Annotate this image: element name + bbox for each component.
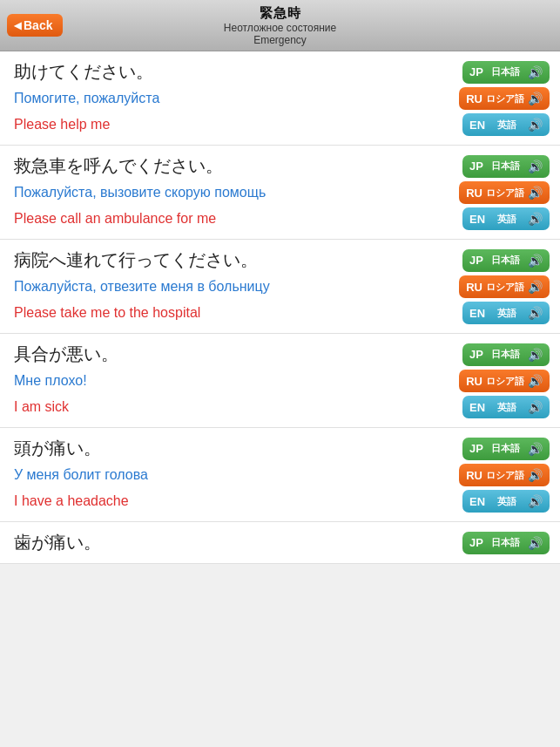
jp-lang-button[interactable]: JP日本語🔊 [462, 155, 550, 178]
phrase-text-en: Please call an ambulance for me [14, 211, 462, 227]
phrase-group: 救急車を呼んでください。JP日本語🔊Пожалуйста, вызовите с… [0, 146, 560, 240]
jp-label: 日本語 [491, 348, 520, 361]
ru-lang-button[interactable]: RUロシア語🔊 [459, 275, 550, 298]
phrase-group: 歯が痛い。JP日本語🔊 [0, 522, 560, 564]
en-label: 英語 [497, 401, 516, 414]
speaker-icon: 🔊 [528, 536, 543, 550]
jp-lang-button[interactable]: JP日本語🔊 [462, 438, 550, 460]
ru-lang-button[interactable]: RUロシア語🔊 [459, 370, 550, 392]
phrase-text-ru: Пожалуйста, отвезите меня в больницу [14, 279, 459, 295]
en-lang-button[interactable]: EN英語🔊 [462, 490, 550, 513]
phrase-row-jp: 歯が痛い。JP日本語🔊 [14, 531, 550, 554]
header-title-en: Emergency [0, 34, 560, 46]
en-code: EN [469, 495, 485, 508]
ru-label: ロシア語 [486, 281, 524, 294]
phrase-row-ru: У меня болит головаRUロシア語🔊 [14, 464, 550, 486]
phrase-row-jp: 救急車を呼んでください。JP日本語🔊 [14, 154, 550, 178]
jp-lang-button[interactable]: JP日本語🔊 [462, 343, 550, 366]
ru-code: RU [466, 375, 482, 388]
jp-label: 日本語 [491, 254, 520, 267]
en-lang-button[interactable]: EN英語🔊 [462, 396, 550, 418]
phrase-text-ru: Пожалуйста, вызовите скорую помощь [14, 185, 459, 200]
phrase-text-jp: 病院へ連れて行ってください。 [14, 248, 462, 272]
app-header: Back 緊急時 Неотложное состояние Emergency [0, 0, 560, 51]
phrase-text-jp: 救急車を呼んでください。 [14, 154, 462, 178]
phrase-row-ru: Мне плохо!RUロシア語🔊 [14, 370, 550, 392]
phrase-row-en: Please take me to the hospitalEN英語🔊 [14, 302, 550, 324]
speaker-icon: 🔊 [528, 92, 543, 105]
speaker-icon: 🔊 [528, 400, 543, 414]
phrase-text-jp: 歯が痛い。 [14, 531, 462, 554]
phrase-row-ru: Помогите, пожалуйстаRUロシア語🔊 [14, 87, 550, 110]
ru-label: ロシア語 [486, 469, 524, 482]
phrase-row-jp: 助けてください。JP日本語🔊 [14, 60, 550, 84]
speaker-icon: 🔊 [528, 212, 543, 226]
ru-code: RU [466, 187, 482, 200]
speaker-icon: 🔊 [528, 254, 543, 268]
phrase-row-ru: Пожалуйста, вызовите скорую помощьRUロシア語… [14, 181, 550, 204]
jp-label: 日本語 [491, 160, 520, 173]
jp-code: JP [469, 348, 483, 361]
ru-lang-button[interactable]: RUロシア語🔊 [459, 87, 550, 110]
ru-code: RU [466, 281, 482, 294]
phrase-text-ru: У меня болит голова [14, 467, 459, 483]
phrase-group: 具合が悪い。JP日本語🔊Мне плохо!RUロシア語🔊I am sickEN… [0, 334, 560, 428]
phrase-text-jp: 具合が悪い。 [14, 343, 462, 366]
phrase-group: 頭が痛い。JP日本語🔊У меня болит головаRUロシア語🔊I h… [0, 428, 560, 522]
speaker-icon: 🔊 [528, 468, 543, 482]
jp-code: JP [469, 254, 483, 267]
en-lang-button[interactable]: EN英語🔊 [462, 207, 550, 230]
phrase-text-jp: 頭が痛い。 [14, 437, 462, 460]
phrase-text-en: Please take me to the hospital [14, 305, 462, 321]
en-lang-button[interactable]: EN英語🔊 [462, 113, 550, 136]
speaker-icon: 🔊 [528, 442, 543, 456]
speaker-icon: 🔊 [528, 280, 543, 294]
speaker-icon: 🔊 [528, 306, 543, 320]
jp-code: JP [469, 536, 483, 549]
speaker-icon: 🔊 [528, 160, 543, 173]
ru-code: RU [466, 469, 482, 482]
back-button[interactable]: Back [7, 14, 63, 37]
phrase-group: 病院へ連れて行ってください。JP日本語🔊Пожалуйста, отвезите… [0, 240, 560, 334]
jp-code: JP [469, 65, 483, 78]
jp-code: JP [469, 160, 483, 173]
header-title-ru: Неотложное состояние [0, 22, 560, 34]
phrase-text-en: I have a headache [14, 493, 462, 509]
speaker-icon: 🔊 [528, 494, 543, 508]
phrase-text-en: I am sick [14, 399, 462, 415]
phrase-row-jp: 病院へ連れて行ってください。JP日本語🔊 [14, 248, 550, 272]
en-label: 英語 [497, 307, 516, 320]
phrase-row-en: I have a headacheEN英語🔊 [14, 490, 550, 513]
en-code: EN [469, 401, 485, 414]
phrase-row-en: I am sickEN英語🔊 [14, 396, 550, 418]
phrase-row-en: Please help meEN英語🔊 [14, 113, 550, 136]
ru-lang-button[interactable]: RUロシア語🔊 [459, 181, 550, 204]
speaker-icon: 🔊 [528, 118, 543, 132]
phrase-text-jp: 助けてください。 [14, 60, 462, 84]
jp-code: JP [469, 442, 483, 455]
phrase-row-jp: 具合が悪い。JP日本語🔊 [14, 343, 550, 366]
en-code: EN [469, 213, 485, 226]
en-code: EN [469, 119, 485, 132]
en-label: 英語 [497, 495, 516, 508]
phrase-list: 助けてください。JP日本語🔊Помогите, пожалуйстаRUロシア語… [0, 51, 560, 564]
ru-lang-button[interactable]: RUロシア語🔊 [459, 464, 550, 486]
speaker-icon: 🔊 [528, 65, 543, 79]
phrase-text-en: Please help me [14, 117, 462, 132]
ru-label: ロシア語 [486, 375, 524, 388]
phrase-group: 助けてください。JP日本語🔊Помогите, пожалуйстаRUロシア語… [0, 51, 560, 146]
en-label: 英語 [497, 119, 516, 132]
jp-lang-button[interactable]: JP日本語🔊 [462, 249, 550, 272]
ru-label: ロシア語 [486, 92, 524, 105]
jp-lang-button[interactable]: JP日本語🔊 [462, 532, 550, 554]
jp-lang-button[interactable]: JP日本語🔊 [462, 61, 550, 84]
en-lang-button[interactable]: EN英語🔊 [462, 302, 550, 324]
ru-code: RU [466, 92, 482, 105]
ru-label: ロシア語 [486, 187, 524, 200]
header-title-jp: 緊急時 [0, 5, 560, 22]
speaker-icon: 🔊 [528, 186, 543, 200]
jp-label: 日本語 [491, 442, 520, 455]
phrase-row-jp: 頭が痛い。JP日本語🔊 [14, 437, 550, 460]
speaker-icon: 🔊 [528, 374, 543, 388]
jp-label: 日本語 [491, 536, 520, 549]
